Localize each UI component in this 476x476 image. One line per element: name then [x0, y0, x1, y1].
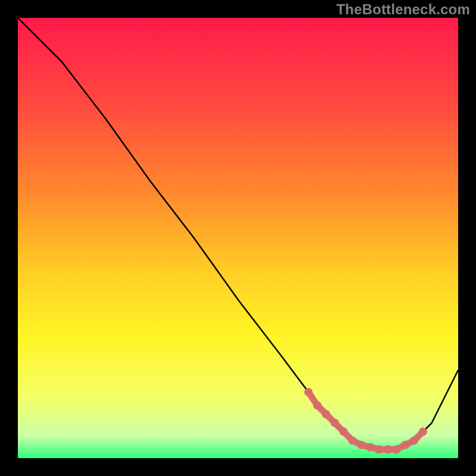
- optimal-marker: [401, 441, 409, 449]
- optimal-marker: [348, 436, 356, 444]
- optimal-marker: [331, 419, 339, 427]
- optimal-marker: [357, 441, 365, 449]
- optimal-marker: [410, 436, 418, 444]
- optimal-marker: [375, 445, 383, 453]
- optimal-marker: [313, 401, 321, 409]
- optimal-marker: [392, 445, 400, 453]
- optimal-marker: [384, 445, 392, 453]
- optimal-marker: [340, 428, 348, 436]
- optimal-marker: [419, 428, 427, 436]
- chart-plot: [18, 18, 458, 458]
- optimal-marker: [304, 388, 312, 396]
- chart-wrap: TheBottleneck.com: [0, 0, 476, 476]
- watermark: TheBottleneck.com: [336, 1, 470, 18]
- chart-background: [18, 18, 458, 458]
- optimal-marker: [322, 410, 330, 418]
- optimal-marker: [366, 443, 374, 452]
